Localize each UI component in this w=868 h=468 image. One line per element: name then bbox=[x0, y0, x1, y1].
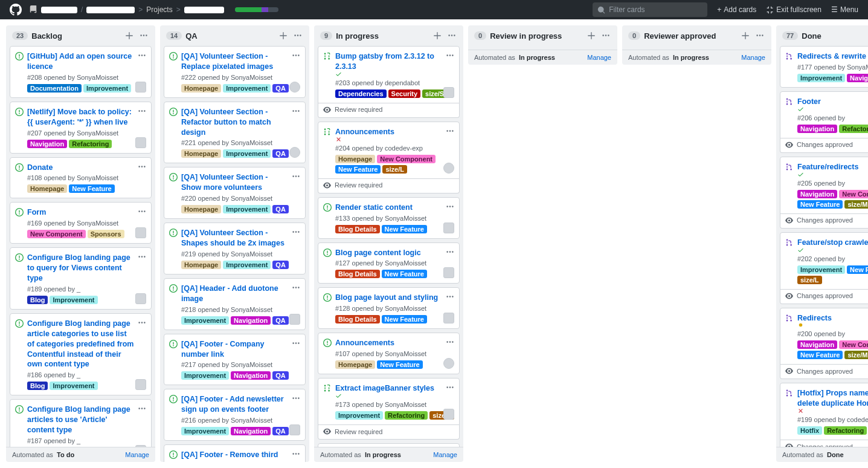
card-title[interactable]: Form bbox=[27, 207, 134, 218]
card-menu-button[interactable] bbox=[292, 228, 300, 236]
assignee-avatar[interactable] bbox=[443, 223, 454, 233]
assignee-avatar[interactable] bbox=[135, 227, 146, 238]
card[interactable]: Configure Blog landing page article cate… bbox=[10, 313, 152, 395]
manage-link[interactable]: Manage bbox=[587, 54, 611, 61]
card-title[interactable]: [GitHub] Add an open source licence bbox=[27, 51, 134, 72]
card[interactable]: Feature/stop crawlers #202 opened by Imp… bbox=[780, 232, 868, 290]
add-card-button[interactable] bbox=[278, 30, 289, 41]
exit-fullscreen-button[interactable]: Exit fullscreen bbox=[766, 5, 821, 14]
assignee-avatar[interactable] bbox=[443, 358, 454, 369]
card-title[interactable]: [QA] Volunteer Section - Replace pixelat… bbox=[181, 51, 288, 72]
card-title[interactable]: [QA] Volunteer Section - Refactor button… bbox=[181, 107, 288, 138]
add-card-button[interactable] bbox=[740, 30, 751, 41]
card-menu-button[interactable] bbox=[138, 405, 146, 413]
assignee-avatar[interactable] bbox=[135, 445, 146, 447]
card[interactable]: Form #169 opened by SonyaMoisset New Com… bbox=[10, 202, 152, 244]
manage-link[interactable]: Manage bbox=[125, 451, 149, 458]
manage-link[interactable]: Manage bbox=[741, 54, 765, 61]
card[interactable]: Bump gatsby from 2.3.12 to 2.3.13 #203 o… bbox=[318, 46, 460, 103]
card-title[interactable]: Render static content bbox=[335, 203, 442, 213]
assignee-avatar[interactable] bbox=[289, 424, 300, 435]
card-menu-button[interactable] bbox=[446, 203, 454, 211]
card[interactable]: Configure Blog landing page to query for… bbox=[10, 247, 152, 310]
assignee-avatar[interactable] bbox=[135, 137, 146, 148]
assignee-avatar[interactable] bbox=[443, 163, 454, 174]
card-title[interactable]: Feature/redirects bbox=[797, 162, 868, 172]
github-logo-icon[interactable] bbox=[10, 4, 22, 16]
card-menu-button[interactable] bbox=[138, 107, 146, 115]
card-title[interactable]: [QA] Footer - Remove third hashtag bbox=[181, 450, 288, 462]
card-title[interactable]: [QA] Volunteer Section - Shapes should b… bbox=[181, 228, 288, 249]
column-menu-button[interactable] bbox=[754, 30, 765, 41]
card-title[interactable]: Configure Blog landing page articles to … bbox=[27, 405, 134, 435]
assignee-avatar[interactable] bbox=[443, 409, 454, 420]
card-menu-button[interactable] bbox=[292, 172, 300, 181]
assignee-avatar[interactable] bbox=[443, 313, 454, 323]
card-menu-button[interactable] bbox=[446, 51, 454, 60]
assignee-avatar[interactable] bbox=[135, 293, 146, 304]
breadcrumb-repo[interactable] bbox=[86, 7, 135, 13]
card-menu-button[interactable] bbox=[138, 319, 146, 327]
card[interactable]: Announcements #204 opened by codedev-exp… bbox=[318, 122, 460, 179]
card[interactable]: [Netlify] Move back to policy: {{ userAg… bbox=[10, 102, 152, 154]
card-title[interactable]: Redirects & rewrite rules bbox=[797, 51, 868, 62]
card-menu-button[interactable] bbox=[446, 248, 454, 256]
card-menu-button[interactable] bbox=[138, 253, 146, 261]
card[interactable]: Feature/redirects #205 opened by Navigat… bbox=[780, 157, 868, 214]
card-title[interactable]: Announcements bbox=[335, 127, 442, 137]
card-title[interactable]: Footer bbox=[797, 97, 868, 107]
card-menu-button[interactable] bbox=[292, 450, 300, 458]
card[interactable]: [QA] Footer - Add newsletter sign up on … bbox=[164, 389, 306, 441]
card[interactable]: [QA] Volunteer Section - Replace pixelat… bbox=[164, 46, 306, 98]
card-title[interactable]: Redirects bbox=[797, 313, 868, 323]
filter-cards-input[interactable]: Filter cards bbox=[593, 2, 707, 17]
assignee-avatar[interactable] bbox=[135, 82, 146, 93]
card-menu-button[interactable] bbox=[446, 293, 454, 301]
breadcrumb-projects[interactable]: Projects bbox=[146, 5, 172, 14]
card[interactable]: Blog page layout and styling #128 opened… bbox=[318, 287, 460, 329]
column-menu-button[interactable] bbox=[600, 30, 611, 41]
card-menu-button[interactable] bbox=[292, 284, 300, 292]
card[interactable]: [GitHub] Add an open source licence #208… bbox=[10, 46, 152, 98]
card-title[interactable]: [QA] Header - Add duotone image bbox=[181, 284, 288, 304]
card-title[interactable]: Extract imageBanner styles bbox=[335, 383, 442, 394]
assignee-avatar[interactable] bbox=[443, 87, 454, 98]
card-title[interactable]: [QA] Volunteer Section - Show more volun… bbox=[181, 172, 288, 193]
card[interactable]: Announcements #107 opened by SonyaMoisse… bbox=[318, 333, 460, 374]
column-menu-button[interactable] bbox=[446, 30, 457, 41]
card-title[interactable]: [Netlify] Move back to policy: {{ userAg… bbox=[27, 107, 134, 128]
column-menu-button[interactable] bbox=[292, 30, 303, 41]
card[interactable]: Configure Blog landing page articles to … bbox=[10, 399, 152, 447]
card-menu-button[interactable] bbox=[138, 207, 146, 216]
breadcrumb-project-name[interactable] bbox=[184, 7, 224, 13]
card-menu-button[interactable] bbox=[446, 338, 454, 346]
add-card-button[interactable] bbox=[586, 30, 597, 41]
card-title[interactable]: Donate bbox=[27, 163, 134, 173]
card-title[interactable]: Feature/stop crawlers bbox=[797, 238, 868, 248]
card-menu-button[interactable] bbox=[138, 51, 146, 60]
card-title[interactable]: Bump gatsby from 2.3.12 to 2.3.13 bbox=[335, 51, 442, 72]
card-menu-button[interactable] bbox=[292, 107, 300, 115]
card[interactable]: [QA] Volunteer Section - Shapes should b… bbox=[164, 223, 306, 275]
card-title[interactable]: [QA] Footer - Company number link bbox=[181, 339, 288, 360]
card-menu-button[interactable] bbox=[138, 163, 146, 171]
assignee-avatar[interactable] bbox=[135, 379, 146, 390]
card-title[interactable]: Configure Blog landing page to query for… bbox=[27, 253, 134, 284]
card-title[interactable]: Announcements bbox=[335, 338, 442, 348]
card[interactable]: [QA] Volunteer Section - Refactor button… bbox=[164, 102, 306, 164]
card-title[interactable]: Blog page content logic bbox=[335, 248, 442, 258]
breadcrumb-owner[interactable] bbox=[41, 7, 77, 13]
card[interactable]: Blog page content logic #127 opened by S… bbox=[318, 242, 460, 284]
card[interactable]: Render static content #133 opened by Son… bbox=[318, 197, 460, 239]
card[interactable]: [QA] Footer - Company number link #217 o… bbox=[164, 334, 306, 386]
assignee-avatar[interactable] bbox=[289, 82, 300, 93]
card-menu-button[interactable] bbox=[292, 339, 300, 348]
card[interactable]: [Hotfix] Props name and delete duplicate… bbox=[780, 383, 868, 440]
column-menu-button[interactable] bbox=[138, 30, 149, 41]
card-menu-button[interactable] bbox=[292, 51, 300, 60]
card-title[interactable]: Configure Blog landing page article cate… bbox=[27, 319, 134, 369]
card[interactable]: Extract imageBanner styles #173 opened b… bbox=[318, 378, 460, 425]
card[interactable]: [QA] Volunteer Section - Show more volun… bbox=[164, 167, 306, 219]
card[interactable]: Bump react-accessible-accordion from 2.4… bbox=[318, 443, 460, 447]
menu-button[interactable]: ☰Menu bbox=[831, 5, 858, 14]
